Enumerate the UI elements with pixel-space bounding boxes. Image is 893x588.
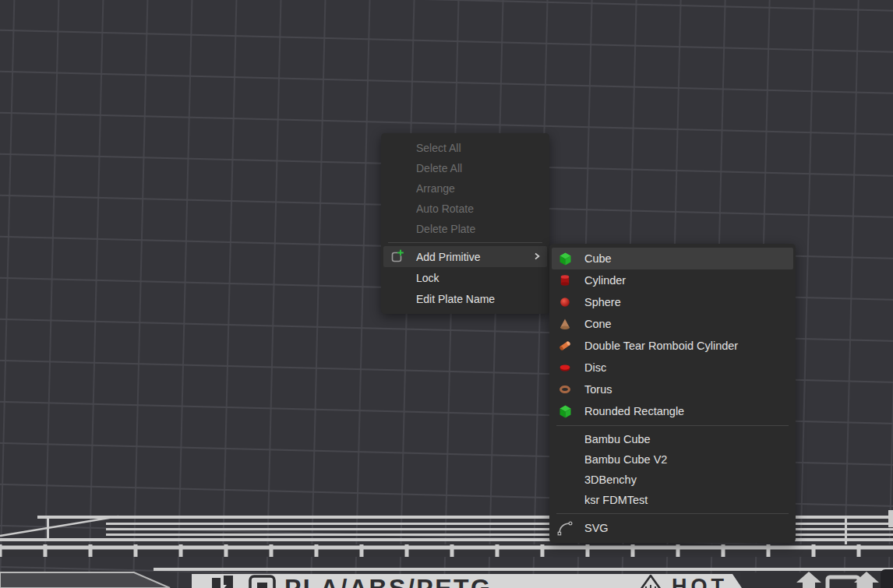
context-menu: Select All Delete All Arrange Auto Rotat… <box>381 133 549 314</box>
submenu-item-cylinder[interactable]: Cylinder <box>549 269 796 291</box>
submenu-item-label: Torus <box>584 383 612 396</box>
menu-item-label: Edit Plate Name <box>416 293 495 305</box>
submenu-item-bambu-cube-v2[interactable]: Bambu Cube V2 <box>549 449 796 470</box>
submenu-chevron-icon <box>532 251 542 263</box>
menu-item-lock[interactable]: Lock <box>381 267 549 288</box>
menu-item-label: Select All <box>416 142 461 154</box>
submenu-item-3dbenchy[interactable]: 3DBenchy <box>549 470 796 490</box>
plate-front-left-tab <box>0 572 170 588</box>
menu-item-delete-plate[interactable]: Delete Plate <box>381 219 549 239</box>
submenu-item-label: Bambu Cube V2 <box>584 453 667 466</box>
submenu-item-sphere[interactable]: Sphere <box>549 291 796 313</box>
hot-warning-label: HOT <box>672 575 728 588</box>
menu-item-label: Delete Plate <box>416 223 475 235</box>
tilted-cylinder-icon <box>556 337 574 354</box>
menu-item-edit-plate-name[interactable]: Edit Plate Name <box>381 288 549 309</box>
submenu-item-label: 3DBenchy <box>584 474 637 486</box>
submenu-item-rounded-rectangle[interactable]: Rounded Rectangle <box>549 400 796 422</box>
submenu-item-label: SVG <box>584 522 609 534</box>
submenu-item-label: Double Tear Romboid Cylinder <box>584 340 738 352</box>
menu-item-label: Arrange <box>416 182 455 195</box>
menu-item-label: Auto Rotate <box>416 202 474 215</box>
submenu-item-bambu-cube[interactable]: Bambu Cube <box>549 429 796 449</box>
disc-icon <box>556 359 574 376</box>
submenu-item-double-tear-romboid-cylinder[interactable]: Double Tear Romboid Cylinder <box>549 335 796 357</box>
rounded-cube-icon <box>556 403 574 420</box>
submenu-item-label: Cylinder <box>584 274 626 287</box>
plate-corner-notch <box>881 569 893 588</box>
slicer-3d-viewport[interactable]: PLA/ABS/PETG HOT Select All Delete All A… <box>0 0 893 588</box>
submenu-separator <box>556 513 789 514</box>
submenu-item-disc[interactable]: Disc <box>549 357 796 379</box>
submenu-item-label: ksr FDMTest <box>584 494 648 506</box>
plate-material-label: PLA/ABS/PETG <box>284 574 492 588</box>
submenu-item-torus[interactable]: Torus <box>549 379 796 400</box>
cone-icon <box>556 315 574 333</box>
submenu-item-label: Bambu Cube <box>584 433 651 445</box>
menu-separator <box>388 242 542 243</box>
submenu-item-cone[interactable]: Cone <box>549 313 796 335</box>
sphere-icon <box>556 294 574 311</box>
torus-icon <box>556 381 574 398</box>
menu-item-label: Lock <box>416 272 439 284</box>
plate-textured-edge <box>0 544 893 557</box>
plate-front-top-edge <box>154 568 893 571</box>
menu-item-delete-all[interactable]: Delete All <box>381 158 549 178</box>
submenu-separator <box>556 425 789 426</box>
submenu-item-label: Rounded Rectangle <box>584 405 684 417</box>
submenu-item-cube[interactable]: Cube <box>549 248 796 269</box>
bezier-curve-icon <box>556 519 574 537</box>
submenu-item-label: Disc <box>584 361 606 374</box>
menu-item-arrange[interactable]: Arrange <box>381 178 549 199</box>
cube-icon <box>556 250 574 267</box>
plate-left-edge-line <box>0 516 118 536</box>
submenu-item-label: Sphere <box>584 296 621 308</box>
menu-item-select-all[interactable]: Select All <box>381 138 549 158</box>
menu-item-auto-rotate[interactable]: Auto Rotate <box>381 199 549 219</box>
submenu-item-svg[interactable]: SVG <box>549 517 796 539</box>
submenu-item-label: Cube <box>584 252 612 265</box>
menu-item-label: Add Primitive <box>416 251 480 263</box>
add-primitive-submenu: Cube Cylinder <box>549 244 796 543</box>
cylinder-icon <box>556 272 574 289</box>
menu-item-label: Delete All <box>416 162 462 174</box>
submenu-item-ksr-fdmtest[interactable]: ksr FDMTest <box>549 490 796 510</box>
submenu-item-label: Cone <box>584 318 612 330</box>
menu-item-add-primitive[interactable]: Add Primitive <box>381 246 549 267</box>
add-primitive-icon <box>388 248 405 266</box>
